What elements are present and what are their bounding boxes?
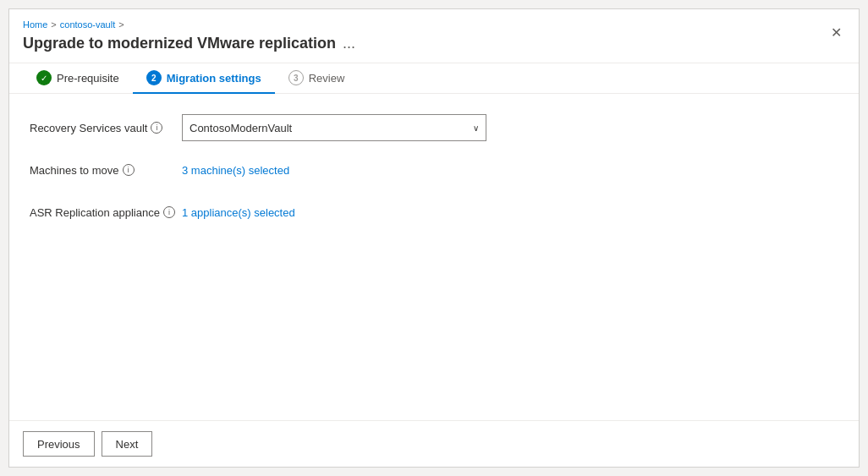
label-asr: ASR Replication appliance i (30, 206, 182, 219)
asr-link[interactable]: 1 appliance(s) selected (182, 206, 295, 219)
breadcrumb-home[interactable]: Home (23, 19, 47, 30)
form-row-recovery-vault: Recovery Services vault i ContosoModernV… (30, 114, 838, 141)
machines-info-icon[interactable]: i (123, 164, 135, 176)
tabs-container: ✓ Pre-requisite 2 Migration settings 3 R… (9, 63, 859, 94)
tab-prerequisite-label: Pre-requisite (57, 72, 119, 85)
review-number-icon: 3 (288, 70, 304, 85)
close-button[interactable]: ✕ (827, 23, 845, 43)
tab-migration-settings-label: Migration settings (167, 72, 261, 85)
machines-link[interactable]: 3 machine(s) selected (182, 164, 289, 177)
next-button[interactable]: Next (102, 431, 153, 457)
dialog-header: Home > contoso-vault > Upgrade to modern… (9, 9, 859, 63)
label-recovery-vault-text: Recovery Services vault (30, 122, 147, 134)
dialog-title: Upgrade to modernized VMware replication… (23, 35, 827, 52)
dialog-body: Recovery Services vault i ContosoModernV… (9, 94, 859, 420)
recovery-vault-info-icon[interactable]: i (151, 122, 162, 134)
dialog-footer: Previous Next (9, 420, 859, 467)
breadcrumb: Home > contoso-vault > (23, 19, 827, 30)
breadcrumb-sep1: > (51, 19, 56, 30)
recovery-vault-value: ContosoModernVault (190, 122, 292, 134)
recovery-vault-dropdown[interactable]: ContosoModernVault ∨ (182, 114, 486, 141)
asr-control: 1 appliance(s) selected (182, 206, 838, 219)
dialog-title-text: Upgrade to modernized VMware replication (23, 35, 336, 52)
label-machines-text: Machines to move (30, 164, 119, 177)
machines-control: 3 machine(s) selected (182, 164, 838, 177)
upgrade-dialog: Home > contoso-vault > Upgrade to modern… (8, 8, 860, 468)
tab-review-label: Review (309, 72, 345, 85)
recovery-vault-control: ContosoModernVault ∨ (182, 114, 838, 141)
dialog-title-ellipsis[interactable]: ... (343, 35, 355, 52)
previous-button[interactable]: Previous (23, 431, 95, 457)
tab-prerequisite[interactable]: ✓ Pre-requisite (23, 63, 133, 94)
asr-info-icon[interactable]: i (163, 206, 175, 218)
dropdown-arrow-icon: ∨ (473, 123, 479, 133)
label-machines: Machines to move i (30, 164, 182, 177)
label-asr-text: ASR Replication appliance (30, 206, 160, 219)
tab-migration-settings[interactable]: 2 Migration settings (133, 63, 275, 94)
form-row-machines: Machines to move i 3 machine(s) selected (30, 156, 838, 183)
tab-review[interactable]: 3 Review (275, 63, 359, 94)
label-recovery-vault: Recovery Services vault i (30, 122, 182, 134)
form-row-asr: ASR Replication appliance i 1 appliance(… (30, 199, 838, 226)
prerequisite-check-icon: ✓ (36, 70, 52, 85)
breadcrumb-vault[interactable]: contoso-vault (60, 19, 115, 30)
migration-number-icon: 2 (146, 70, 162, 85)
header-left: Home > contoso-vault > Upgrade to modern… (23, 19, 827, 63)
breadcrumb-sep2: > (118, 19, 124, 30)
